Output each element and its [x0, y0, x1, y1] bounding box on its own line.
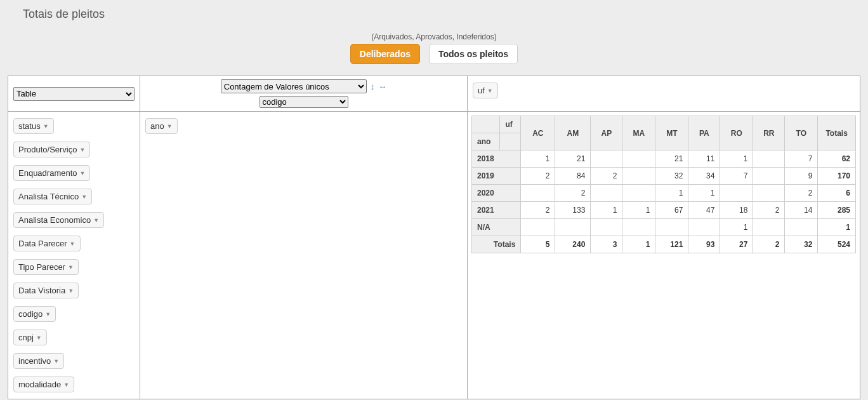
- renderer-select[interactable]: Table: [13, 87, 135, 101]
- table-row: 2021213311674718214285: [472, 202, 856, 219]
- data-cell: [622, 185, 655, 202]
- col-total: 27: [720, 236, 753, 253]
- data-cell: [555, 219, 591, 236]
- caret-down-icon: ▼: [167, 123, 173, 130]
- col-field-uf[interactable]: uf ▼: [473, 83, 498, 98]
- table-row: 202021126: [472, 185, 856, 202]
- caret-down-icon: ▼: [43, 123, 49, 130]
- col-header-AP: AP: [591, 116, 622, 150]
- data-cell: 1: [655, 185, 688, 202]
- data-cell: [753, 168, 785, 185]
- pill-label: Tipo Parecer: [18, 262, 65, 272]
- col-header-AC: AC: [521, 116, 555, 150]
- table-row: 20192842323479170: [472, 168, 856, 185]
- pill-label: cnpj: [18, 333, 34, 342]
- pill-label: incentivo: [18, 356, 51, 366]
- pill-label: Analista Técnico: [18, 192, 79, 201]
- attribute-select[interactable]: codigo: [260, 96, 348, 108]
- data-cell: [591, 219, 622, 236]
- caret-down-icon: ▼: [63, 382, 69, 388]
- unused-field-status[interactable]: status▼: [13, 118, 54, 134]
- row-label-2020: 2020: [472, 185, 521, 202]
- col-header-AM: AM: [555, 116, 591, 150]
- pill-label: modalidade: [18, 380, 61, 389]
- pill-label: Data Vistoria: [18, 286, 65, 295]
- table-row: N/A11: [472, 219, 856, 236]
- caret-down-icon: ▼: [70, 241, 76, 247]
- unused-field-tipo-parecer[interactable]: Tipo Parecer▼: [13, 259, 79, 275]
- unused-field-data-vistoria[interactable]: Data Vistoria▼: [13, 283, 79, 298]
- data-cell: 2: [521, 168, 555, 185]
- unused-field-codigo[interactable]: codigo▼: [13, 306, 56, 322]
- data-cell: 2: [785, 185, 818, 202]
- todos-pleitos-button[interactable]: Todos os pleitos: [429, 44, 518, 64]
- unused-field-analista-economico[interactable]: Analista Economico▼: [13, 212, 104, 228]
- unused-field-analista-t-cnico[interactable]: Analista Técnico▼: [13, 189, 92, 204]
- col-total: 32: [785, 236, 818, 253]
- unused-field-modalidade[interactable]: modalidade▼: [13, 377, 74, 392]
- data-cell: 1: [688, 185, 720, 202]
- col-total: 2: [753, 236, 785, 253]
- pivot-panel: Table status▼Produto/Serviço▼Enquadramen…: [8, 76, 860, 399]
- aggregator-select[interactable]: Contagem de Valores únicos: [221, 79, 367, 93]
- data-cell: 9: [785, 168, 818, 185]
- data-cell: 18: [720, 202, 753, 219]
- data-cell: [785, 219, 818, 236]
- row-label-N/A: N/A: [472, 219, 521, 236]
- data-cell: 32: [655, 168, 688, 185]
- col-header-PA: PA: [688, 116, 720, 150]
- row-label-2019: 2019: [472, 168, 521, 185]
- unused-field-enquadramento[interactable]: Enquadramento▼: [13, 165, 90, 181]
- pill-label: uf: [478, 86, 485, 95]
- data-cell: 67: [655, 202, 688, 219]
- totals-row: Totais5240311219327232524: [472, 236, 856, 253]
- row-label-2018: 2018: [472, 150, 521, 168]
- data-cell: [622, 219, 655, 236]
- deliberados-button[interactable]: Deliberados: [350, 44, 420, 64]
- data-cell: 7: [785, 150, 818, 168]
- data-cell: 1: [591, 202, 622, 219]
- sort-cols-icon[interactable]: ↔: [378, 82, 386, 91]
- col-total: 240: [555, 236, 591, 253]
- corner-cell2: [500, 133, 521, 150]
- unused-field-cnpj[interactable]: cnpj▼: [13, 330, 47, 345]
- row-axis-label: ano: [472, 133, 500, 150]
- pill-label: Data Parecer: [18, 239, 67, 248]
- col-header-TO: TO: [785, 116, 818, 150]
- row-total: 1: [818, 219, 856, 236]
- data-cell: [688, 219, 720, 236]
- pill-label: Analista Economico: [18, 215, 91, 225]
- sort-rows-icon[interactable]: ↕: [371, 82, 375, 91]
- data-cell: [753, 185, 785, 202]
- data-cell: [591, 185, 622, 202]
- totals-label: Totais: [472, 236, 521, 253]
- caret-down-icon: ▼: [93, 217, 99, 223]
- data-cell: [655, 219, 688, 236]
- pill-label: ano: [150, 121, 164, 131]
- row-total: 285: [818, 202, 856, 219]
- col-total: 93: [688, 236, 720, 253]
- unused-field-incentivo[interactable]: incentivo▼: [13, 353, 64, 369]
- col-header-RO: RO: [720, 116, 753, 150]
- data-cell: 1: [622, 202, 655, 219]
- row-label-2021: 2021: [472, 202, 521, 219]
- data-cell: 1: [720, 219, 753, 236]
- data-cell: [753, 219, 785, 236]
- data-cell: [622, 168, 655, 185]
- pill-label: Enquadramento: [18, 168, 77, 178]
- caret-down-icon: ▼: [68, 288, 74, 294]
- caret-down-icon: ▼: [68, 264, 74, 270]
- data-cell: 47: [688, 202, 720, 219]
- unused-field-produto-servi-o[interactable]: Produto/Serviço▼: [13, 142, 90, 157]
- row-total: 170: [818, 168, 856, 185]
- caret-down-icon: ▼: [45, 311, 51, 317]
- col-total: 5: [521, 236, 555, 253]
- col-header-RR: RR: [753, 116, 785, 150]
- data-cell: 84: [555, 168, 591, 185]
- unused-field-data-parecer[interactable]: Data Parecer▼: [13, 236, 81, 251]
- table-row: 201812121111762: [472, 150, 856, 168]
- data-cell: [591, 150, 622, 168]
- row-field-ano[interactable]: ano ▼: [145, 118, 178, 134]
- caret-down-icon: ▼: [487, 88, 493, 94]
- grand-total: 524: [818, 236, 856, 253]
